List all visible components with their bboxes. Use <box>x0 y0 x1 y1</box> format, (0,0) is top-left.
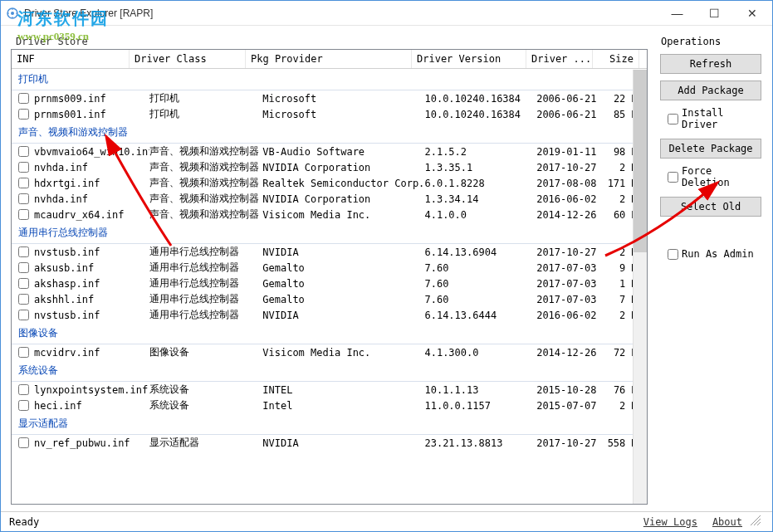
run-as-admin-input[interactable] <box>668 249 678 260</box>
row-checkbox[interactable] <box>18 193 29 204</box>
header-inf[interactable]: INF <box>12 50 130 68</box>
about-link[interactable]: About <box>712 516 742 528</box>
operations-panel: Operations Refresh Add Package Install D… <box>654 26 772 511</box>
cell-prov: Gemalto <box>262 262 424 274</box>
install-driver-input[interactable] <box>668 114 678 124</box>
table-row[interactable]: akshasp.inf通用串行总线控制器Gemalto7.602017-07-0… <box>12 276 647 291</box>
header-provider[interactable]: Pkg Provider <box>246 50 412 68</box>
group-header[interactable]: 声音、视频和游戏控制器 <box>12 122 647 144</box>
row-checkbox[interactable] <box>18 162 29 173</box>
groupbox-label: Driver Store <box>11 36 648 47</box>
table-row[interactable]: hdxrtgi.inf声音、视频和游戏控制器Realtek Semiconduc… <box>12 175 647 191</box>
row-checkbox[interactable] <box>18 146 29 157</box>
main-window: 河东软件园 www.pc0359.cn Driver Store Explore… <box>0 0 773 532</box>
table-row[interactable]: prnms001.inf打印机Microsoft10.0.10240.16384… <box>12 106 647 122</box>
cell-prov: VB-Audio Software <box>262 146 424 158</box>
header-version[interactable]: Driver Version <box>412 50 526 68</box>
header-class[interactable]: Driver Class <box>130 50 246 68</box>
scrollbar-thumb[interactable] <box>634 70 647 252</box>
cell-class: 声音、视频和游戏控制器 <box>149 192 263 206</box>
minimize-button[interactable]: — <box>658 2 696 25</box>
cell-ver: 2.1.5.2 <box>424 146 536 158</box>
add-package-button[interactable]: Add Package <box>660 81 761 100</box>
table-row[interactable]: nv_ref_pubwu.inf显示适配器NVIDIA23.21.13.8813… <box>12 435 647 451</box>
table-row[interactable]: mcaudrv_x64.inf声音、视频和游戏控制器Visicom Media … <box>12 207 647 222</box>
run-as-admin-checkbox[interactable]: Run As Admin <box>668 248 764 260</box>
table-row[interactable]: prnms009.inf打印机Microsoft10.0.10240.16384… <box>12 90 647 106</box>
maximize-button[interactable]: ☐ <box>696 2 733 25</box>
force-deletion-checkbox[interactable]: Force Deletion <box>668 165 764 188</box>
delete-package-button[interactable]: Delete Package <box>660 139 761 159</box>
cell-inf: nvstusb.inf <box>34 246 149 258</box>
refresh-button[interactable]: Refresh <box>660 54 761 74</box>
install-driver-label: Install Driver <box>682 107 764 130</box>
cell-prov: Intel <box>262 400 424 412</box>
header-date[interactable]: Driver ... <box>526 50 593 68</box>
list-body[interactable]: 打印机prnms009.inf打印机Microsoft10.0.10240.16… <box>12 69 647 504</box>
group-header[interactable]: 显示适配器 <box>12 413 647 435</box>
cell-prov: NVIDIA <box>262 437 424 449</box>
cell-prov: NVIDIA <box>262 246 424 258</box>
table-row[interactable]: heci.inf系统设备Intel11.0.0.11572015-07-072 … <box>12 398 647 413</box>
cell-prov: Gemalto <box>262 278 424 290</box>
cell-ver: 1.3.34.14 <box>424 193 536 205</box>
group-header[interactable]: 系统设备 <box>12 360 647 382</box>
svg-point-1 <box>11 12 14 15</box>
select-old-button[interactable]: Select Old <box>660 197 761 217</box>
cell-inf: prnms001.inf <box>34 109 149 120</box>
row-checkbox[interactable] <box>18 310 29 320</box>
row-checkbox[interactable] <box>18 294 29 305</box>
row-checkbox[interactable] <box>18 347 29 358</box>
resize-grip-icon[interactable] <box>751 515 764 528</box>
cell-class: 声音、视频和游戏控制器 <box>149 144 263 159</box>
group-header[interactable]: 通用串行总线控制器 <box>12 222 647 244</box>
row-checkbox[interactable] <box>18 178 29 188</box>
group-header[interactable]: 打印机 <box>12 69 647 90</box>
titlebar: Driver Store Explorer [RAPR] — ☐ ✕ <box>1 1 772 26</box>
cell-date: 2017-10-27 <box>536 437 601 449</box>
row-checkbox[interactable] <box>18 384 29 395</box>
cell-class: 通用串行总线控制器 <box>149 276 263 290</box>
cell-inf: heci.inf <box>34 400 149 412</box>
force-deletion-input[interactable] <box>668 172 678 183</box>
table-row[interactable]: nvstusb.inf通用串行总线控制器NVIDIA6.14.13.690420… <box>12 244 647 260</box>
run-as-admin-label: Run As Admin <box>682 248 754 260</box>
table-row[interactable]: nvhda.inf声音、视频和游戏控制器NVIDIA Corporation1.… <box>12 159 647 175</box>
row-checkbox[interactable] <box>18 262 29 273</box>
cell-date: 2016-06-02 <box>536 193 601 205</box>
cell-inf: mcaudrv_x64.inf <box>34 209 149 221</box>
row-checkbox[interactable] <box>18 93 29 104</box>
row-checkbox[interactable] <box>18 209 29 220</box>
cell-class: 通用串行总线控制器 <box>149 245 263 259</box>
close-button[interactable]: ✕ <box>733 2 771 25</box>
view-logs-link[interactable]: View Logs <box>643 516 697 528</box>
row-checkbox[interactable] <box>18 278 29 289</box>
cell-date: 2017-07-03 <box>536 278 601 290</box>
driver-list: INF Driver Class Pkg Provider Driver Ver… <box>11 49 648 505</box>
row-checkbox[interactable] <box>18 109 29 120</box>
table-row[interactable]: mcvidrv.inf图像设备Visicom Media Inc.4.1.300… <box>12 344 647 360</box>
operations-label: Operations <box>658 36 764 47</box>
install-driver-checkbox[interactable]: Install Driver <box>668 107 764 130</box>
table-row[interactable]: lynxpointsystem.inf系统设备INTEL10.1.1.13201… <box>12 382 647 398</box>
table-row[interactable]: nvstusb.inf通用串行总线控制器NVIDIA6.14.13.644420… <box>12 307 647 323</box>
table-row[interactable]: akshhl.inf通用串行总线控制器Gemalto7.602017-07-03… <box>12 291 647 307</box>
cell-prov: INTEL <box>262 384 424 396</box>
table-row[interactable]: aksusb.inf通用串行总线控制器Gemalto7.602017-07-03… <box>12 260 647 276</box>
group-header[interactable]: 图像设备 <box>12 323 647 344</box>
svg-line-8 <box>757 522 761 525</box>
vertical-scrollbar[interactable] <box>633 70 647 504</box>
cell-ver: 7.60 <box>424 294 536 305</box>
cell-prov: Realtek Semiconductor Corp. <box>262 178 424 189</box>
cell-date: 2015-07-07 <box>536 400 601 412</box>
cell-ver: 4.1.300.0 <box>424 347 536 359</box>
svg-line-7 <box>754 519 761 525</box>
table-row[interactable]: vbvmvaio64_win10.inf声音、视频和游戏控制器VB-Audio … <box>12 144 647 159</box>
cell-class: 打印机 <box>149 91 263 105</box>
table-row[interactable]: nvhda.inf声音、视频和游戏控制器NVIDIA Corporation1.… <box>12 191 647 207</box>
row-checkbox[interactable] <box>18 246 29 257</box>
header-size[interactable]: Size <box>593 50 639 68</box>
row-checkbox[interactable] <box>18 400 29 411</box>
cell-date: 2006-06-21 <box>536 93 601 105</box>
row-checkbox[interactable] <box>18 437 29 448</box>
